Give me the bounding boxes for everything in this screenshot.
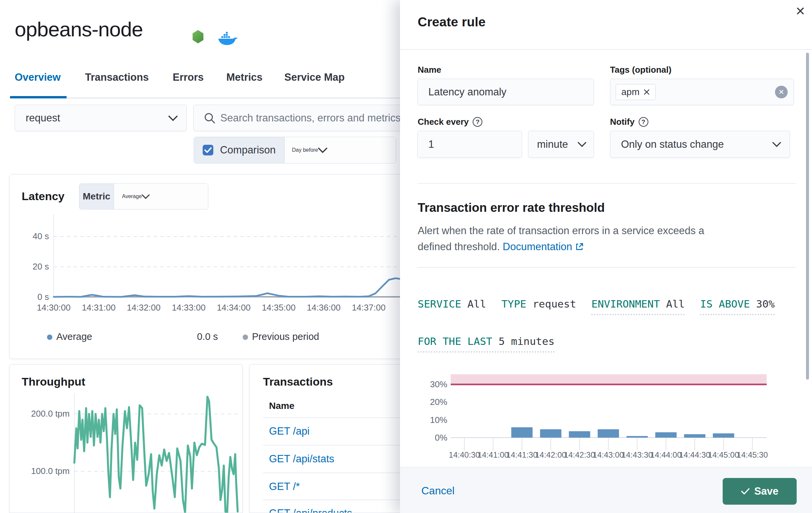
expression-environment[interactable]: ENVIRONMENT All — [591, 298, 685, 315]
row-separator — [263, 500, 410, 500]
expression-caption: FOR THE LAST — [418, 335, 492, 347]
comparison-checkbox[interactable] — [203, 145, 213, 156]
transaction-link[interactable]: GET /api/stats — [269, 453, 334, 465]
tabs-bottom-border — [9, 98, 410, 99]
expression-value: 5 minutes — [499, 335, 555, 347]
x-axis-tick-label: 14:40:30 — [446, 450, 483, 460]
tag-label: apm — [621, 87, 639, 98]
tab-service-map[interactable]: Service Map — [284, 71, 345, 83]
expression-row-1: SERVICE All TYPE request ENVIRONMENT All… — [418, 298, 775, 315]
legend-dot-previous-period — [243, 334, 248, 340]
flyout-title: Create rule — [418, 15, 486, 29]
comparison-toggle[interactable]: Comparison — [194, 137, 285, 163]
check-every-label-text: Check every — [418, 117, 469, 127]
x-axis-tick-label: 14:34:00 — [214, 302, 254, 313]
check-every-input[interactable] — [418, 138, 522, 151]
transaction-link[interactable]: GET /* — [269, 481, 300, 493]
check-every-unit-value: minute — [528, 138, 578, 151]
remove-tag-icon[interactable] — [643, 89, 650, 96]
x-axis-tick-label: 14:43:00 — [590, 450, 627, 460]
expression-value: All — [666, 298, 685, 310]
transaction-type-value: request — [15, 112, 168, 124]
save-button-label: Save — [754, 485, 778, 497]
throughput-panel: Throughput 200.0 tpm100.0 tpm — [9, 364, 243, 513]
legend-label-previous-period[interactable]: Previous period — [252, 331, 319, 342]
expression-value: 30% — [756, 298, 775, 310]
name-field-label: Name — [418, 65, 441, 75]
latency-panel: Latency Metric Average Average 0.0 s Pre… — [9, 174, 410, 359]
nodejs-icon — [192, 30, 204, 43]
documentation-link-label: Documentation — [503, 241, 572, 252]
tab-errors[interactable]: Errors — [173, 71, 204, 83]
flyout-scrollbar[interactable] — [806, 53, 809, 380]
transactions-column-header-name[interactable]: Name — [269, 401, 294, 411]
x-axis-tick-label: 14:32:00 — [124, 302, 164, 313]
tab-overview[interactable]: Overview — [14, 71, 61, 83]
row-separator — [263, 445, 410, 445]
notify-value: Only on status change — [610, 138, 772, 151]
transaction-link[interactable]: GET /api/products — [269, 507, 352, 513]
legend-value-average: 0.0 s — [197, 331, 218, 342]
search-input[interactable] — [216, 112, 410, 124]
expression-value: request — [533, 298, 576, 310]
tag-pill[interactable]: apm — [616, 84, 656, 100]
flyout-footer: Cancel Save — [400, 467, 812, 513]
page-title: opbeans-node — [14, 17, 143, 41]
cancel-button[interactable]: Cancel — [421, 485, 455, 497]
rule-name-field[interactable] — [417, 79, 594, 105]
search-icon — [204, 112, 216, 124]
docker-icon — [218, 31, 239, 46]
x-axis-tick-label: 14:45:30 — [734, 450, 771, 460]
x-axis-tick-label: 14:42:00 — [532, 450, 569, 460]
comparison-label: Comparison — [220, 144, 276, 156]
comparison-period-select[interactable]: Day before — [285, 137, 396, 163]
expression-caption: IS ABOVE — [700, 298, 750, 310]
error-rate-bar — [684, 434, 705, 438]
check-every-unit-select[interactable]: minute — [528, 131, 594, 158]
rule-type-title: Transaction error rate threshold — [418, 201, 605, 215]
expression-caption: TYPE — [501, 298, 526, 310]
x-axis-tick-label: 14:35:00 — [259, 302, 299, 313]
close-icon[interactable]: ✕ — [795, 5, 805, 17]
documentation-link[interactable]: Documentation — [503, 241, 584, 252]
error-rate-bar — [626, 436, 648, 438]
save-button[interactable]: Save — [723, 478, 797, 505]
x-axis-tick-label: 14:44:30 — [676, 450, 713, 460]
tab-metrics[interactable]: Metrics — [226, 71, 263, 83]
tags-combobox[interactable]: apm ✕ — [610, 79, 794, 105]
x-axis-tick-label: 14:37:00 — [349, 302, 389, 313]
check-every-field[interactable] — [417, 131, 522, 158]
expression-caption: SERVICE — [418, 298, 461, 310]
help-icon[interactable]: ? — [639, 117, 648, 127]
expression-for-the-last[interactable]: FOR THE LAST 5 minutes — [418, 335, 555, 353]
expression-is-above[interactable]: IS ABOVE 30% — [700, 298, 775, 315]
row-separator — [263, 473, 410, 473]
legend-label-average[interactable]: Average — [56, 331, 92, 342]
comparison-period-value: Day before — [285, 147, 318, 153]
section-divider — [417, 267, 796, 268]
help-icon[interactable]: ? — [473, 117, 482, 127]
error-rate-bar — [511, 427, 533, 438]
transaction-link[interactable]: GET /api — [269, 425, 310, 437]
tab-transactions[interactable]: Transactions — [85, 71, 149, 83]
transaction-type-select[interactable]: request — [14, 105, 187, 131]
row-separator — [263, 417, 410, 418]
comparison-control-group: Comparison Day before — [194, 137, 396, 163]
create-rule-flyout: Create rule ✕ Name Tags (optional) apm ✕… — [400, 0, 812, 513]
x-axis-tick-label: 14:36:00 — [304, 302, 344, 313]
search-bar[interactable] — [193, 105, 410, 131]
x-axis-tick-label: 14:42:30 — [561, 450, 598, 460]
error-rate-bar — [655, 432, 677, 438]
y-axis-tick-label: 200.0 tpm — [13, 409, 70, 419]
clear-tags-button[interactable]: ✕ — [775, 86, 788, 99]
y-axis-tick-label: 100.0 tpm — [13, 466, 70, 476]
error-rate-bar — [713, 433, 734, 438]
rule-name-input[interactable] — [418, 86, 594, 98]
x-axis-tick-label: 14:41:30 — [504, 450, 540, 460]
error-rate-bar — [598, 429, 619, 438]
notify-select[interactable]: Only on status change — [610, 131, 790, 158]
error-rate-preview-chart — [417, 367, 784, 451]
flyout-header-border — [400, 49, 812, 50]
expression-row-2: FOR THE LAST 5 minutes — [418, 335, 555, 347]
expression-type: TYPE request — [501, 298, 576, 315]
